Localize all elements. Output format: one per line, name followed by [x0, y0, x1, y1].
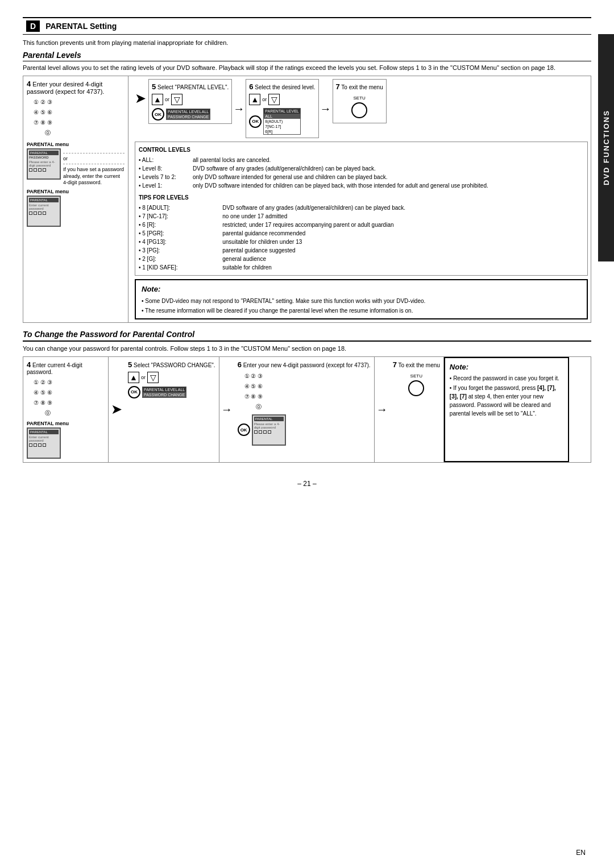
- cp6-num-row1: ① ② ③: [244, 371, 371, 381]
- down-arrow-btn2[interactable]: ▽: [268, 94, 280, 105]
- tip-row-3: • 3 [PG]: parental guidance suggested: [139, 246, 584, 255]
- tip-row-5: • 5 [PGR]: parental guidance recommended: [139, 229, 584, 238]
- cp6-num-row2: ④ ⑤ ⑥: [244, 381, 371, 392]
- cp-step5-panel: 5 Select "PASSWORD CHANGE". ▲ or ▽ OK PA…: [125, 357, 219, 462]
- cp-setu-btn[interactable]: [408, 380, 424, 396]
- ok-btn1[interactable]: OK: [152, 108, 164, 121]
- note-title-1: Note:: [142, 285, 160, 293]
- parental-levels-intro: Parental level allows you to set the rat…: [23, 64, 591, 71]
- step4-header: 4 Enter your desired 4-digit password (e…: [27, 80, 125, 95]
- cp-ok-btn[interactable]: OK: [128, 386, 140, 398]
- screen-6: PARENTAL LEVEL ALL 8(ADULT) 7[NC-17] 6[R…: [263, 108, 300, 135]
- step7-panel: 7 To exit the menu SETU: [333, 79, 387, 123]
- setu-btn[interactable]: [351, 102, 367, 118]
- dashed-divider2: [63, 164, 125, 164]
- cp-note-box: Note: • Record the password in case you …: [444, 357, 569, 462]
- parental-device-icon1: PARENTAL PASSWORD Please enter a 4-digit…: [27, 148, 61, 180]
- cp-note-item-2: • If you forget the password, press [4],…: [450, 384, 563, 418]
- or-label2: or: [262, 97, 267, 102]
- side-label: DVD FUNCTIONS: [598, 34, 614, 261]
- setu-label: SETU: [336, 95, 383, 101]
- step6-panel: 6 Select the desired level. ▲ or ▽ OK PA…: [246, 79, 318, 138]
- step4-title: Enter your desired 4-digit password (exp…: [27, 81, 104, 95]
- cp-menu-label: PARENTAL menu: [27, 421, 105, 426]
- num-row3: ⑦ ⑧ ⑨: [34, 118, 125, 128]
- section-title: PARENTAL Setting: [45, 22, 117, 31]
- arrow-3: →: [319, 102, 333, 115]
- cp-setu-label: SETU: [393, 373, 440, 379]
- cp6-num-single: ⓪: [256, 402, 371, 412]
- info-panel: CONTROL LEVELS • ALL: all parental locks…: [135, 142, 588, 276]
- up-arrow-btn1[interactable]: ▲: [152, 94, 163, 105]
- cp-num-row3: ⑦ ⑧ ⑨: [34, 398, 105, 408]
- section-change-password: To Change the Password for Parental Cont…: [23, 330, 591, 342]
- cp6-ok-btn[interactable]: OK: [238, 423, 250, 436]
- cp-device-icon: PARENTAL Enter current password: [27, 427, 61, 459]
- or-label1: or: [165, 97, 169, 102]
- cp-step4-panel: 4 Enter current 4-digit password. ① ② ③ …: [23, 357, 109, 462]
- parental-device-icon2: PARENTAL Enter current password: [27, 196, 61, 227]
- section-letter: D: [26, 20, 40, 32]
- section-intro: This function prevents unit from playing…: [23, 39, 591, 46]
- cp-up-btn[interactable]: ▲: [128, 372, 139, 383]
- note-item-2: • The resume information will be cleared…: [142, 306, 581, 315]
- note-box-parental: Note: • Some DVD-video may not respond t…: [135, 279, 588, 319]
- cp-arrow-1: ➤: [109, 401, 125, 417]
- screen-5: PARENTAL LEVEL ALL PASSWORD CHANGE: [166, 109, 210, 120]
- cp-num-row1: ① ② ③: [34, 377, 105, 388]
- en-label: EN: [576, 849, 586, 857]
- cp6-device-icon: PARENTAL Please enter a 4-digit password: [252, 414, 286, 446]
- section-header: D PARENTAL Setting: [23, 17, 591, 35]
- tip-row-7: • 7 [NC-17]: no one under 17 admitted: [139, 212, 584, 221]
- cp-note-item-1: • Record the password in case you forget…: [450, 374, 563, 383]
- cp-down-btn[interactable]: ▽: [147, 372, 159, 383]
- change-password-intro: You can change your password for parenta…: [23, 345, 591, 352]
- tip-row-2: • 2 [G]: general audience: [139, 255, 584, 263]
- num-single: ⓪: [45, 128, 125, 138]
- cl-row-8: • Level 8: DVD software of any grades (a…: [139, 164, 584, 173]
- cp-num-row2: ④ ⑤ ⑥: [34, 388, 105, 398]
- tip-row-1: • 1 [KID SAFE]: suitable for children: [139, 263, 584, 272]
- page-number: – 21 –: [23, 480, 591, 488]
- step5-panel: 5 Select "PARENTAL LEVEL". ▲ or ▽ OK PAR…: [148, 79, 232, 124]
- if-password-text: If you have set a password already, ente…: [63, 167, 125, 186]
- cp-step7-panel: 7 To exit the menu SETU: [389, 357, 444, 462]
- arrow-2: →: [232, 102, 246, 115]
- tip-row-8: • 8 [ADULT]: DVD software of any grades …: [139, 203, 584, 212]
- cl-row-all: • ALL: all parental locks are canceled.: [139, 156, 584, 164]
- tip-row-6: • 6 [R]: restricted; under 17 requires a…: [139, 221, 584, 229]
- cp6-num-row3: ⑦ ⑧ ⑨: [244, 392, 371, 402]
- cp-screen-5: PARENTAL LEVEL ALL PASSWORD CHANGE: [142, 387, 186, 398]
- cp-arrow-3: →: [375, 403, 389, 416]
- dashed-divider1: [63, 153, 125, 153]
- note-item-1: • Some DVD-video may not respond to "PAR…: [142, 297, 581, 305]
- tips-for-levels-title: TIPS FOR LEVELS: [139, 193, 584, 202]
- parental-menu-label2: PARENTAL menu: [27, 189, 125, 194]
- num-row2: ④ ⑤ ⑥: [34, 107, 125, 118]
- down-arrow-btn1[interactable]: ▽: [171, 94, 182, 105]
- control-levels-title: CONTROL LEVELS: [139, 146, 584, 154]
- subsection-parental-levels: Parental Levels: [23, 51, 591, 61]
- cp-arrow-2: →: [219, 403, 234, 416]
- ok-btn2[interactable]: OK: [249, 115, 262, 128]
- big-arrow-1: ➤: [135, 79, 148, 106]
- cp-num-single: ⓪: [45, 408, 105, 418]
- cp-or-label: or: [141, 375, 146, 380]
- cp-step6-panel: 6 Enter your new 4-digit password (excep…: [234, 357, 375, 462]
- parental-menu-label1: PARENTAL menu: [27, 142, 125, 147]
- num-row1: ① ② ③: [34, 97, 125, 107]
- or-text1: or: [63, 156, 125, 161]
- up-arrow-btn2[interactable]: ▲: [249, 94, 260, 105]
- cl-row-1: • Level 1: only DVD software intended fo…: [139, 181, 584, 190]
- cp-note-title: Note:: [450, 363, 468, 371]
- cl-row-7to2: • Levels 7 to 2: only DVD software inten…: [139, 173, 584, 181]
- tip-row-4: • 4 [PG13]: unsuitable for children unde…: [139, 238, 584, 246]
